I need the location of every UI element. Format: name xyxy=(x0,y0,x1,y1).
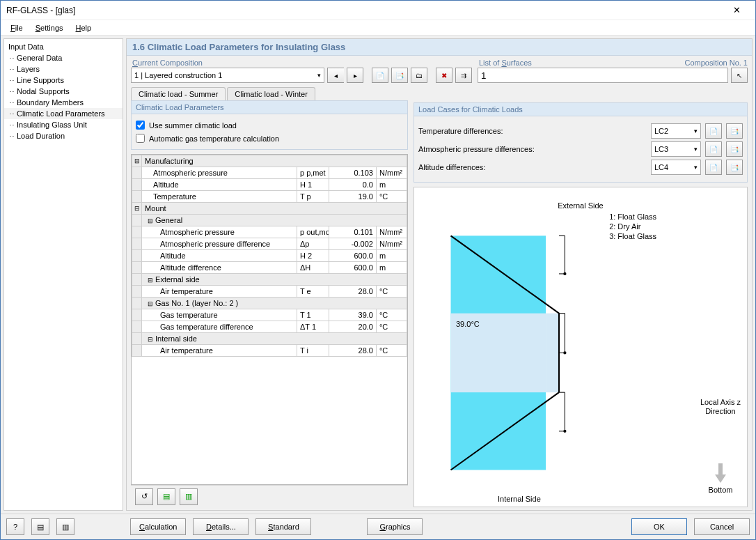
svg-marker-19 xyxy=(715,475,726,483)
loadcases-body: Temperature differences: LC2▾ 📄 📑 Atmosp… xyxy=(414,116,748,183)
menu-file[interactable]: File xyxy=(5,22,29,33)
graphics-button[interactable]: Graphics xyxy=(367,518,423,535)
auto-gas-input[interactable] xyxy=(136,134,145,143)
surfaces-title: List of Surfaces xyxy=(478,59,532,67)
footer-tool-1[interactable]: ▤ xyxy=(31,518,49,535)
lc-atm-new[interactable]: 📄 xyxy=(705,141,722,157)
calculation-button[interactable]: Calculation xyxy=(130,518,186,535)
menu-help[interactable]: Help xyxy=(70,22,97,33)
lc-temp-combo[interactable]: LC2▾ xyxy=(651,123,701,139)
footer-tool-2[interactable]: ▥ xyxy=(56,518,74,535)
tab-summer[interactable]: Climatic load - Summer xyxy=(131,87,226,100)
svg-point-17 xyxy=(563,430,566,433)
two-column: Climatic load - Summer Climatic load - W… xyxy=(127,87,752,510)
nav-tree: Input Data General Data Layers Line Supp… xyxy=(3,38,123,511)
down-arrow-icon xyxy=(715,463,726,483)
diagram-bottom-label: Bottom xyxy=(700,486,741,494)
surfaces-group: List of Surfaces Composition No. 1 ↖ xyxy=(478,59,748,83)
composition-no: Composition No. 1 xyxy=(685,59,748,68)
tree-load-duration[interactable]: Load Duration xyxy=(4,130,123,141)
top-row: Current Composition 1 | Layered construc… xyxy=(127,56,752,87)
composition-group: Current Composition 1 | Layered construc… xyxy=(131,59,472,83)
lc-alt-combo[interactable]: LC4▾ xyxy=(651,160,701,175)
menu-settings[interactable]: Settings xyxy=(30,22,69,33)
delete-button[interactable]: ✖ xyxy=(436,68,452,83)
params-table: ⊟Manufacturing Atmospheric pressurep p,m… xyxy=(132,155,407,357)
glass-diagram: External Side Internal Side 39.0°C 1: Fl… xyxy=(414,187,748,507)
lc-atm-edit[interactable]: 📑 xyxy=(726,141,743,157)
use-summer-input[interactable] xyxy=(136,121,145,130)
tree-nodal-supports[interactable]: Nodal Supports xyxy=(4,86,123,97)
composition-combo[interactable]: 1 | Layered construction 1 ▾ xyxy=(131,68,324,83)
footer: ? ▤ ▥ Calculation Details... Standard Gr… xyxy=(1,514,755,539)
close-button[interactable]: ✕ xyxy=(723,1,750,20)
body: Input Data General Data Layers Line Supp… xyxy=(1,36,755,514)
tree-root[interactable]: Input Data xyxy=(4,41,123,52)
tree-climatic-load-parameters[interactable]: Climatic Load Parameters xyxy=(4,108,123,119)
params-grid: ⊟Manufacturing Atmospheric pressurep p,m… xyxy=(131,154,408,485)
lc-atm-combo[interactable]: LC3▾ xyxy=(651,141,701,157)
composition-value: 1 | Layered construction 1 xyxy=(134,71,222,79)
export-button[interactable]: ▥ xyxy=(180,488,198,505)
main-panel: 1.6 Climatic Load Parameters for Insulat… xyxy=(126,38,753,511)
right-column: Load Cases for Climatic Loads Temperatur… xyxy=(414,87,748,507)
use-summer-label: Use summer climatic load xyxy=(149,121,237,130)
cancel-button[interactable]: Cancel xyxy=(694,518,750,535)
surfaces-input[interactable] xyxy=(478,68,728,83)
lc-temp-label: Temperature differences: xyxy=(418,127,647,135)
titlebar: RF-GLASS - [glas] ✕ xyxy=(1,1,755,20)
toolbar-btn-1[interactable]: 📄 xyxy=(372,68,388,83)
params-body: Use summer climatic load Automatic gas t… xyxy=(131,114,408,150)
tab-winter[interactable]: Climatic load - Winter xyxy=(227,87,315,100)
diagram-legend: 1: Float Glass 2: Dry Air 3: Float Glass xyxy=(609,212,656,241)
link-button[interactable]: ⇉ xyxy=(455,68,472,83)
diagram-svg xyxy=(414,187,747,507)
tree-general-data[interactable]: General Data xyxy=(4,52,123,63)
diagram-internal-label: Internal Side xyxy=(498,495,541,503)
toolbar-btn-3[interactable]: 🗂 xyxy=(411,68,427,83)
menubar: File Settings Help xyxy=(1,20,755,36)
tree-boundary-members[interactable]: Boundary Members xyxy=(4,97,123,108)
chevron-down-icon: ▾ xyxy=(317,72,321,79)
use-summer-checkbox[interactable]: Use summer climatic load xyxy=(136,121,403,130)
standard-button[interactable]: Standard xyxy=(255,518,311,535)
svg-rect-18 xyxy=(718,463,723,475)
pick-surface-button[interactable]: ↖ xyxy=(731,68,748,83)
lc-alt-label: Altitude differences: xyxy=(418,163,647,171)
auto-gas-checkbox[interactable]: Automatic gas temperature calculation xyxy=(136,134,403,143)
reset-button[interactable]: ↺ xyxy=(135,488,153,505)
tree-line-supports[interactable]: Line Supports xyxy=(4,75,123,86)
window-title: RF-GLASS - [glas] xyxy=(6,6,723,15)
left-column: Climatic load - Summer Climatic load - W… xyxy=(131,87,408,507)
auto-gas-label: Automatic gas temperature calculation xyxy=(149,134,279,143)
page-title: 1.6 Climatic Load Parameters for Insulat… xyxy=(127,39,752,56)
tree-layers[interactable]: Layers xyxy=(4,63,123,75)
params-heading: Climatic Load Parameters xyxy=(131,100,408,114)
help-button[interactable]: ? xyxy=(6,518,24,535)
diagram-axis-label: Local Axis zDirection xyxy=(700,398,741,416)
toolbar-btn-2[interactable]: 📑 xyxy=(391,68,408,83)
svg-point-9 xyxy=(563,272,566,275)
prev-button[interactable]: ◂ xyxy=(327,68,344,83)
lc-temp-new[interactable]: 📄 xyxy=(705,123,722,139)
next-button[interactable]: ▸ xyxy=(347,68,363,83)
lc-alt-new[interactable]: 📄 xyxy=(705,160,722,175)
tabs: Climatic load - Summer Climatic load - W… xyxy=(131,87,408,100)
ok-button[interactable]: OK xyxy=(631,518,687,535)
svg-point-13 xyxy=(563,351,566,354)
details-button[interactable]: Details... xyxy=(193,518,249,535)
left-bottom-toolbar: ↺ ▤ ▥ xyxy=(131,485,408,507)
lc-atm-label: Atmospheric pressure differences: xyxy=(418,145,647,153)
tree-insulating-glass-unit[interactable]: Insulating Glass Unit xyxy=(4,119,123,130)
lc-alt-edit[interactable]: 📑 xyxy=(726,160,743,175)
diagram-external-label: External Side xyxy=(558,201,603,210)
app-window: RF-GLASS - [glas] ✕ File Settings Help I… xyxy=(0,0,756,540)
loadcases-heading: Load Cases for Climatic Loads xyxy=(414,102,748,116)
composition-title: Current Composition xyxy=(131,59,472,67)
lc-temp-edit[interactable]: 📑 xyxy=(726,123,743,139)
diagram-temp-label: 39.0°C xyxy=(456,320,480,328)
svg-rect-2 xyxy=(546,314,559,392)
import-button[interactable]: ▤ xyxy=(157,488,175,505)
